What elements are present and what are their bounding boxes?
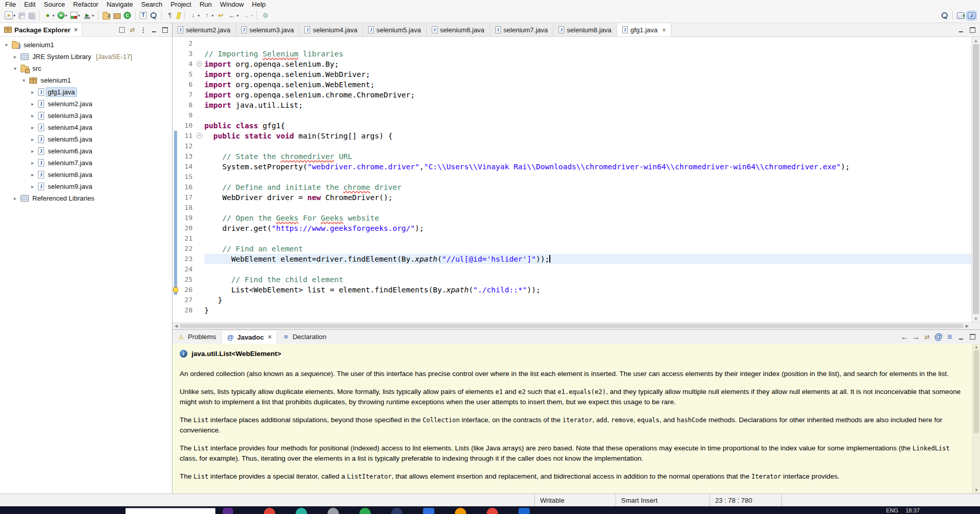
- code-line-3[interactable]: 3// Importing Selenium libraries: [172, 49, 971, 59]
- code-line-22[interactable]: 22 // Find an element: [172, 244, 971, 254]
- code-line-16[interactable]: 16 // Define and initiate the chrome dri…: [172, 182, 971, 192]
- code-line-17[interactable]: 17 WebDriver driver = new ChromeDriver()…: [172, 192, 971, 203]
- taskbar-language-label[interactable]: ENG: [886, 507, 898, 513]
- code-text[interactable]: // Importing Selenium libraries: [204, 49, 971, 59]
- code-line-21[interactable]: 21: [172, 233, 971, 244]
- scroll-up-icon[interactable]: ▲: [972, 37, 980, 44]
- dropdown-arrow-icon[interactable]: ▾: [65, 13, 67, 18]
- open-perspective-button[interactable]: [956, 11, 966, 20]
- tree-expand-icon[interactable]: ▸: [29, 136, 36, 142]
- taskbar-search-box[interactable]: [125, 508, 216, 514]
- editor-vertical-scrollbar[interactable]: ▲ ▼: [971, 37, 980, 322]
- dropdown-arrow-icon[interactable]: ▾: [13, 13, 15, 18]
- code-line-26[interactable]: 26 List<WebElement> list = element.findE…: [172, 285, 971, 295]
- tree-expand-icon[interactable]: ▸: [29, 113, 36, 118]
- tree-expand-icon[interactable]: ▸: [12, 54, 18, 60]
- dropdown-arrow-icon[interactable]: ▾: [198, 13, 200, 18]
- code-text[interactable]: [204, 264, 971, 274]
- code-text[interactable]: // Define and initiate the chrome driver: [204, 182, 971, 192]
- horizontal-scroll-thumb[interactable]: [180, 324, 964, 328]
- run-button[interactable]: ▾: [56, 11, 68, 20]
- code-line-10[interactable]: 10public class gfg1{: [172, 121, 971, 131]
- code-line-23[interactable]: 23 WebElement element=driver.findElement…: [172, 254, 971, 264]
- tree-item-selenium8-java[interactable]: ▸Jselenium8.java: [0, 169, 172, 181]
- new-class-button[interactable]: [123, 11, 132, 20]
- code-text[interactable]: [204, 110, 971, 121]
- last-edit-location-button[interactable]: [216, 10, 226, 21]
- code-text[interactable]: import org.openqa.selenium.WebElement;: [204, 80, 971, 90]
- taskbar-app-icon[interactable]: [423, 508, 434, 514]
- code-line-7[interactable]: 7import org.openqa.selenium.chrome.Chrom…: [172, 90, 971, 100]
- scroll-right-icon[interactable]: ▶: [964, 323, 971, 329]
- new-wizard-button[interactable]: ▾: [4, 10, 16, 21]
- tree-item-selenium4-java[interactable]: ▸Jselenium4.java: [0, 122, 172, 133]
- scroll-up-icon[interactable]: ▲: [973, 344, 980, 350]
- tree-item-selenium6-java[interactable]: ▸Jselenium6.java: [0, 145, 172, 157]
- occurrence-marker-icon[interactable]: [173, 287, 178, 292]
- tree-expand-icon[interactable]: ▸: [29, 160, 36, 166]
- menu-refactor[interactable]: Refactor: [69, 1, 103, 8]
- code-line-2[interactable]: 2: [172, 38, 971, 49]
- tree-expand-icon[interactable]: ▸: [29, 184, 36, 189]
- editor-tab-selenium4-java[interactable]: Jselenium4.java: [299, 23, 363, 36]
- dropdown-arrow-icon[interactable]: ▾: [251, 13, 253, 18]
- scroll-down-icon[interactable]: ▼: [972, 315, 980, 322]
- tree-item-selenium2-java[interactable]: ▸Jselenium2.java: [0, 98, 172, 110]
- code-line-4[interactable]: 4−import org.openqa.selenium.By;: [172, 59, 971, 69]
- maximize-icon[interactable]: [160, 25, 169, 34]
- tree-item-selenium5-java[interactable]: ▸Jselenium5.java: [0, 133, 172, 145]
- scroll-left-icon[interactable]: ◀: [172, 323, 180, 329]
- view-menu-icon[interactable]: [139, 25, 148, 34]
- close-icon[interactable]: ×: [74, 26, 78, 33]
- code-text[interactable]: public static void main(String[] args) {: [204, 131, 971, 141]
- code-line-5[interactable]: 5import org.openqa.selenium.WebDriver;: [172, 69, 971, 80]
- code-text[interactable]: }: [204, 295, 971, 305]
- code-line-19[interactable]: 19 // Open the Geeks For Geeks website: [172, 213, 971, 223]
- tree-expand-icon[interactable]: ▸: [29, 89, 36, 95]
- javadoc-scroll-thumb[interactable]: [974, 350, 979, 433]
- code-line-6[interactable]: 6import org.openqa.selenium.WebElement;: [172, 80, 971, 90]
- back-icon[interactable]: ←: [900, 332, 909, 342]
- new-package-button[interactable]: [112, 11, 122, 20]
- fold-collapse-icon[interactable]: −: [197, 133, 202, 139]
- code-line-25[interactable]: 25 // Find the child element: [172, 274, 971, 285]
- view-tab-declaration[interactable]: Declaration: [277, 330, 332, 344]
- javadoc-scrollbar[interactable]: ▲ ▼: [972, 344, 980, 493]
- menu-file[interactable]: File: [1, 1, 20, 8]
- code-text[interactable]: // State the chromedriver URL: [204, 151, 971, 162]
- taskbar-clock[interactable]: 18:37: [906, 507, 920, 513]
- fold-collapse-icon[interactable]: −: [197, 61, 202, 67]
- code-line-27[interactable]: 27 }: [172, 295, 971, 305]
- code-text[interactable]: System.setProperty("webdriver.chrome.dri…: [204, 162, 971, 172]
- pin-editor-button[interactable]: [260, 10, 271, 21]
- maximize-icon[interactable]: [968, 25, 977, 34]
- eclipse-taskbar-icon[interactable]: [223, 508, 233, 514]
- menu-source[interactable]: Source: [40, 1, 69, 8]
- forward-icon[interactable]: →: [911, 332, 920, 342]
- code-line-20[interactable]: 20 driver.get("https://www.geeksforgeeks…: [172, 223, 971, 233]
- code-line-15[interactable]: 15: [172, 172, 971, 182]
- view-tab-problems[interactable]: Problems: [172, 330, 221, 344]
- code-text[interactable]: WebDriver driver = new ChromeDriver();: [204, 192, 971, 203]
- code-text[interactable]: }: [204, 305, 971, 315]
- open-type-button[interactable]: [139, 11, 148, 20]
- code-line-28[interactable]: 28}: [172, 305, 971, 315]
- tree-collapse-icon[interactable]: ▾: [12, 66, 18, 71]
- tree-item-gfg1-java[interactable]: ▸Jgfg1.java: [0, 86, 172, 98]
- back-button[interactable]: ▾: [227, 10, 240, 21]
- code-text[interactable]: [204, 203, 971, 213]
- editor-tab-selenium5-java[interactable]: Jselenium5.java: [363, 23, 427, 36]
- tree-item-src[interactable]: ▾src: [0, 63, 172, 74]
- vertical-scroll-thumb[interactable]: [973, 44, 979, 314]
- minimize-icon[interactable]: [149, 25, 159, 34]
- tree-item-selenium7-java[interactable]: ▸Jselenium7.java: [0, 157, 172, 169]
- tree-item-selenium9-java[interactable]: ▸Jselenium9.java: [0, 181, 172, 192]
- code-line-14[interactable]: 14 System.setProperty("webdriver.chrome.…: [172, 162, 971, 172]
- tree-expand-icon[interactable]: ▸: [29, 101, 36, 107]
- taskbar-app-icon[interactable]: [455, 508, 466, 514]
- external-tools-button[interactable]: ▾: [82, 10, 95, 21]
- tree-collapse-icon[interactable]: ▾: [3, 42, 10, 48]
- tree-expand-icon[interactable]: ▸: [29, 125, 36, 130]
- code-line-8[interactable]: 8import java.util.List;: [172, 100, 971, 110]
- code-text[interactable]: List<WebElement> list = element.findElem…: [204, 285, 971, 295]
